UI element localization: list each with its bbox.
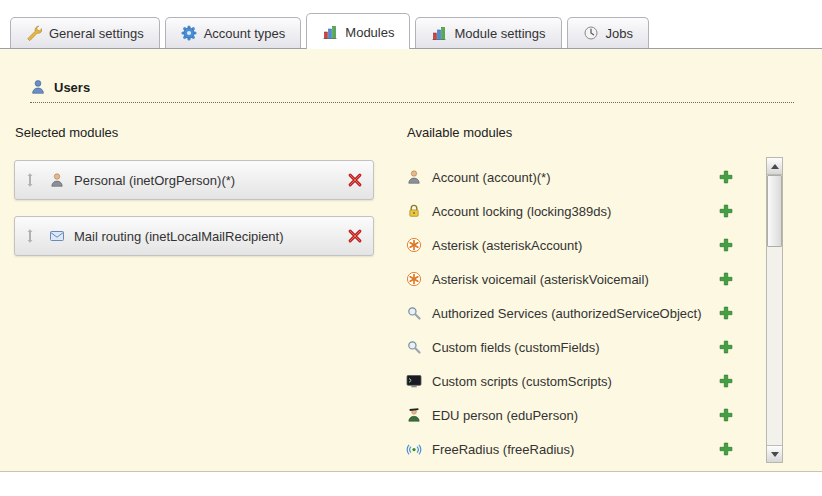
available-module-label: Account (account)(*): [432, 170, 718, 185]
module-columns: Selected modules Personal (inetOrgPerson…: [0, 119, 822, 466]
available-module-row: Account (account)(*): [406, 160, 734, 194]
person-icon: [406, 169, 423, 186]
add-module-button[interactable]: [718, 339, 734, 355]
available-module-row: Custom fields (customFields): [406, 330, 734, 364]
asterisk-icon: [406, 271, 423, 288]
tab-modules[interactable]: Modules: [306, 13, 410, 49]
magnifier-icon: [406, 305, 423, 322]
remove-module-button[interactable]: [347, 172, 363, 188]
users-section-heading: Users: [30, 79, 794, 103]
available-module-label: Custom scripts (customScripts): [432, 374, 718, 389]
lam-configuration-window: General settingsAccount typesModulesModu…: [0, 0, 822, 496]
modules-panel: Users Selected modules Personal (inetOrg…: [0, 49, 822, 472]
available-module-row: Asterisk voicemail (asteriskVoicemail): [406, 262, 734, 296]
asterisk-icon: [406, 237, 423, 254]
drag-handle-icon[interactable]: [23, 172, 37, 188]
tab-label: Account types: [204, 26, 286, 41]
section-title: Users: [54, 80, 90, 95]
available-module-row: Account locking (locking389ds): [406, 194, 734, 228]
tab-label: General settings: [49, 26, 144, 41]
scroll-down-button[interactable]: [767, 445, 782, 462]
available-module-label: Account locking (locking389ds): [432, 204, 718, 219]
tab-module-settings[interactable]: Module settings: [415, 17, 561, 48]
edu-person-icon: [406, 407, 423, 424]
wrench-icon: [26, 25, 42, 41]
available-module-label: Authorized Services (authorizedServiceOb…: [432, 306, 718, 321]
add-module-button[interactable]: [718, 237, 734, 253]
available-module-row: Authorized Services (authorizedServiceOb…: [406, 296, 734, 330]
scroll-up-button[interactable]: [767, 158, 782, 175]
add-module-button[interactable]: [718, 203, 734, 219]
add-module-button[interactable]: [718, 407, 734, 423]
selected-module-mail[interactable]: Mail routing (inetLocalMailRecipient): [14, 216, 374, 256]
selected-modules-title: Selected modules: [15, 125, 406, 140]
scroll-up-icon: [771, 164, 779, 169]
available-module-label: EDU person (eduPerson): [432, 408, 718, 423]
available-module-label: FreeRadius (freeRadius): [432, 442, 718, 457]
chart-icon: [431, 25, 447, 41]
available-module-label: Asterisk voicemail (asteriskVoicemail): [432, 272, 718, 287]
chart-icon: [322, 24, 338, 40]
add-module-button[interactable]: [718, 373, 734, 389]
available-module-row: FreeRadius (freeRadius): [406, 432, 734, 466]
badge-icon: [181, 25, 197, 41]
available-module-row: EDU person (eduPerson): [406, 398, 734, 432]
scrollbar-thumb[interactable]: [767, 175, 782, 247]
add-module-button[interactable]: [718, 305, 734, 321]
screen-icon: [406, 373, 423, 390]
add-module-button[interactable]: [718, 441, 734, 457]
available-modules-list: Account (account)(*)Account locking (loc…: [406, 160, 734, 466]
add-module-button[interactable]: [718, 169, 734, 185]
selected-modules-column: Selected modules Personal (inetOrgPerson…: [14, 119, 406, 466]
selected-module-personal[interactable]: Personal (inetOrgPerson)(*): [14, 160, 374, 200]
selected-module-label: Personal (inetOrgPerson)(*): [74, 173, 347, 188]
mail-icon: [49, 228, 65, 244]
tab-jobs[interactable]: Jobs: [567, 17, 649, 48]
drag-handle-icon[interactable]: [23, 228, 37, 244]
available-module-label: Asterisk (asteriskAccount): [432, 238, 718, 253]
user-icon: [30, 79, 46, 95]
selected-modules-list: Personal (inetOrgPerson)(*)Mail routing …: [14, 160, 406, 256]
available-module-row: Custom scripts (customScripts): [406, 364, 734, 398]
tab-label: Modules: [345, 25, 394, 40]
available-module-row: Asterisk (asteriskAccount): [406, 228, 734, 262]
add-module-button[interactable]: [718, 271, 734, 287]
scroll-down-icon: [771, 452, 779, 457]
radio-icon: [406, 441, 423, 458]
available-modules-scrollbar[interactable]: [766, 157, 783, 463]
person-icon: [49, 172, 65, 188]
available-modules-title: Available modules: [407, 125, 808, 140]
available-module-label: Custom fields (customFields): [432, 340, 718, 355]
clock-icon: [583, 25, 599, 41]
available-modules-column: Available modules Account (account)(*)Ac…: [406, 119, 808, 466]
selected-module-label: Mail routing (inetLocalMailRecipient): [74, 229, 347, 244]
lock-icon: [406, 203, 423, 220]
remove-module-button[interactable]: [347, 228, 363, 244]
tab-bar: General settingsAccount typesModulesModu…: [0, 0, 822, 49]
tab-account-types[interactable]: Account types: [165, 17, 302, 48]
magnifier-icon: [406, 339, 423, 356]
tab-label: Module settings: [454, 26, 545, 41]
tab-general-settings[interactable]: General settings: [10, 17, 160, 48]
tab-label: Jobs: [606, 26, 633, 41]
